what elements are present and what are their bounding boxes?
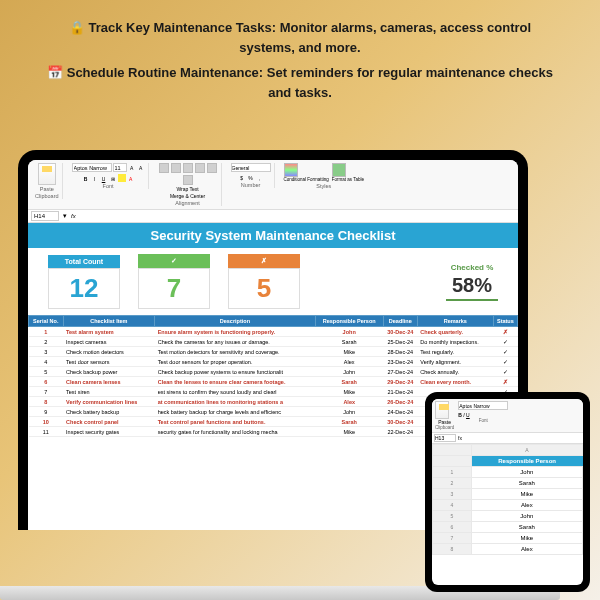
table-row[interactable]: 6Clean camera lensesClean the lenses to … bbox=[29, 377, 518, 387]
decrease-font-icon[interactable]: A bbox=[137, 163, 145, 171]
format-table-icon[interactable] bbox=[332, 163, 346, 177]
card-done: ✓ 7 bbox=[138, 254, 210, 309]
tablet-name-box[interactable] bbox=[434, 434, 456, 442]
clipboard-group: Paste Clipboard bbox=[32, 163, 63, 199]
tablet-font-select[interactable] bbox=[458, 401, 508, 410]
merge-button[interactable]: Merge & Center bbox=[170, 193, 205, 199]
conditional-formatting-icon[interactable] bbox=[284, 163, 298, 177]
sheet-title: Security System Maintenance Checklist bbox=[28, 223, 518, 248]
cond-fmt-label: Conditional Formatting bbox=[284, 177, 329, 182]
tablet-clipboard-label: Clipboard bbox=[435, 425, 454, 430]
paste-label: Paste bbox=[40, 186, 54, 192]
align-bot-icon[interactable] bbox=[183, 163, 193, 173]
card-undone-label: ✗ bbox=[228, 254, 300, 268]
increase-font-icon[interactable]: A bbox=[128, 163, 136, 171]
col-header[interactable]: Remarks bbox=[417, 316, 493, 327]
tablet-row[interactable]: 8Alex bbox=[433, 544, 583, 555]
underline-button[interactable]: U bbox=[100, 174, 108, 182]
bold-button[interactable]: B bbox=[82, 174, 90, 182]
col-header[interactable]: Checklist Item bbox=[63, 316, 155, 327]
tablet-fx-icon[interactable]: fx bbox=[458, 435, 462, 441]
formula-input[interactable] bbox=[80, 211, 515, 221]
card-total: Total Count 12 bbox=[48, 255, 120, 309]
tablet-formula-bar: fx bbox=[432, 433, 583, 444]
card-done-value: 7 bbox=[138, 268, 210, 309]
font-color-button[interactable]: A bbox=[127, 174, 135, 182]
border-button[interactable]: ⊞ bbox=[109, 174, 117, 182]
pct-value: 58% bbox=[446, 272, 498, 301]
alignment-group: Wrap Text Merge & Center Alignment bbox=[155, 163, 222, 206]
tablet-ribbon: Paste Clipboard B I U Font bbox=[432, 399, 583, 433]
font-name-select[interactable] bbox=[72, 163, 112, 172]
tablet-table[interactable]: A Responsible Person 1John2Sarah3Mike4Al… bbox=[432, 444, 583, 555]
card-percent: Checked % 58% bbox=[446, 263, 498, 301]
summary-cards: Total Count 12 ✓ 7 ✗ 5 Checked % 58% bbox=[28, 248, 518, 315]
align-right-icon[interactable] bbox=[183, 175, 193, 185]
promo-text: 🔒 Track Key Maintenance Tasks: Monitor a… bbox=[0, 0, 600, 120]
table-row[interactable]: 1Test alarm systemEnsure alarm system is… bbox=[29, 327, 518, 337]
col-header[interactable]: Responsible Person bbox=[315, 316, 383, 327]
font-group: A A B I U ⊞ A Font bbox=[69, 163, 149, 189]
col-header[interactable]: Status bbox=[493, 316, 517, 327]
tablet-row[interactable]: 7Mike bbox=[433, 533, 583, 544]
align-left-icon[interactable] bbox=[195, 163, 205, 173]
col-letter[interactable] bbox=[433, 445, 472, 456]
card-undone-value: 5 bbox=[228, 268, 300, 309]
align-label: Alignment bbox=[175, 200, 199, 206]
tablet-col-header[interactable]: Responsible Person bbox=[471, 456, 582, 467]
paste-icon[interactable] bbox=[38, 163, 56, 185]
tablet-row[interactable]: 6Sarah bbox=[433, 522, 583, 533]
tablet-frame: Paste Clipboard B I U Font fx A Responsi… bbox=[425, 392, 590, 592]
table-row[interactable]: 5Check backup powerCheck backup power sy… bbox=[29, 367, 518, 377]
number-label: Number bbox=[241, 182, 261, 188]
align-top-icon[interactable] bbox=[159, 163, 169, 173]
styles-group: Conditional Formatting Format as Table S… bbox=[281, 163, 367, 189]
ribbon: Paste Clipboard A A B I U ⊞ A Font Wrap … bbox=[28, 160, 518, 210]
fill-color-button[interactable] bbox=[118, 174, 126, 182]
table-row[interactable]: 3Check motion detectorsTest motion detec… bbox=[29, 347, 518, 357]
pct-label: Checked % bbox=[446, 263, 498, 272]
percent-icon[interactable]: % bbox=[247, 173, 255, 181]
italic-button[interactable]: I bbox=[91, 174, 99, 182]
currency-icon[interactable]: $ bbox=[238, 173, 246, 181]
col-header[interactable]: Description bbox=[155, 316, 316, 327]
wrap-text-button[interactable]: Wrap Text bbox=[176, 186, 198, 192]
fmt-table-label: Format as Table bbox=[332, 177, 364, 182]
styles-label: Styles bbox=[316, 183, 331, 189]
clipboard-label: Clipboard bbox=[35, 193, 59, 199]
col-header[interactable]: Deadline bbox=[383, 316, 417, 327]
table-row[interactable]: 4Test door sensorsTest door sensors for … bbox=[29, 357, 518, 367]
fx-icon[interactable]: fx bbox=[71, 213, 76, 219]
card-done-label: ✓ bbox=[138, 254, 210, 268]
formula-bar: ▾ fx bbox=[28, 210, 518, 223]
tablet-row[interactable]: 2Sarah bbox=[433, 478, 583, 489]
tablet-row[interactable]: 4Alex bbox=[433, 500, 583, 511]
card-total-label: Total Count bbox=[48, 255, 120, 268]
number-format-select[interactable] bbox=[231, 163, 271, 172]
font-size-select[interactable] bbox=[113, 163, 127, 172]
name-box[interactable] bbox=[31, 211, 59, 221]
tablet-excel: Paste Clipboard B I U Font fx A Responsi… bbox=[432, 399, 583, 585]
comma-icon[interactable]: , bbox=[256, 173, 264, 181]
tablet-paste-icon[interactable] bbox=[435, 401, 449, 419]
tablet-row[interactable]: 3Mike bbox=[433, 489, 583, 500]
table-row[interactable]: 2Inspect camerasCheck the cameras for an… bbox=[29, 337, 518, 347]
font-group-label: Font bbox=[103, 183, 114, 189]
align-mid-icon[interactable] bbox=[171, 163, 181, 173]
card-total-value: 12 bbox=[48, 268, 120, 309]
tablet-row[interactable]: 5John bbox=[433, 511, 583, 522]
tablet-font-label: Font bbox=[458, 418, 508, 423]
tablet-row[interactable]: 1John bbox=[433, 467, 583, 478]
number-group: $ % , Number bbox=[228, 163, 275, 188]
fx-dropdown-icon[interactable]: ▾ bbox=[63, 212, 67, 220]
col-header[interactable]: Serial No. bbox=[29, 316, 64, 327]
col-letter-a[interactable]: A bbox=[471, 445, 582, 456]
card-undone: ✗ 5 bbox=[228, 254, 300, 309]
align-center-icon[interactable] bbox=[207, 163, 217, 173]
